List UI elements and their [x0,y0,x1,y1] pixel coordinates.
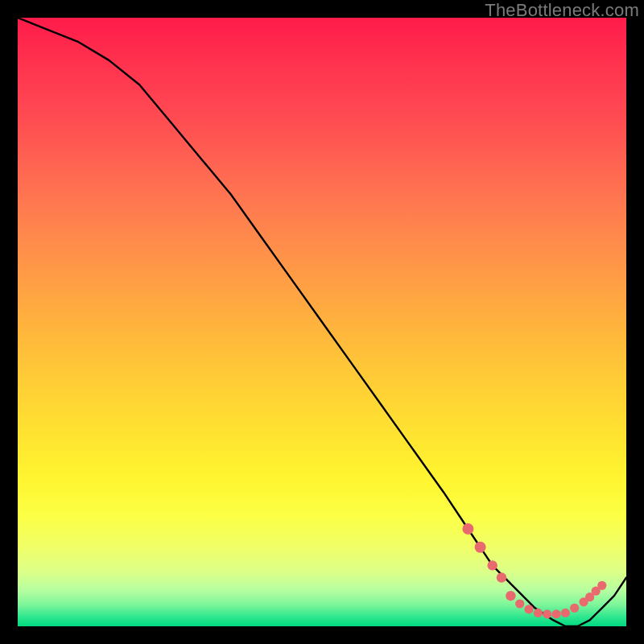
data-point [552,609,561,618]
data-points [462,523,606,619]
data-point [515,599,524,608]
data-point [543,609,551,618]
data-point [475,542,486,553]
bottleneck-curve [18,18,626,626]
data-point [524,605,533,613]
data-point [462,523,473,535]
data-point [497,572,506,582]
data-point [488,560,497,570]
data-point [534,609,543,617]
data-point [597,581,606,590]
plot-area [18,18,626,626]
data-point [506,591,515,601]
data-point [561,609,570,617]
curve-layer [18,18,626,626]
chart-stage: TheBottleneck.com [0,0,644,644]
data-point [570,604,579,613]
